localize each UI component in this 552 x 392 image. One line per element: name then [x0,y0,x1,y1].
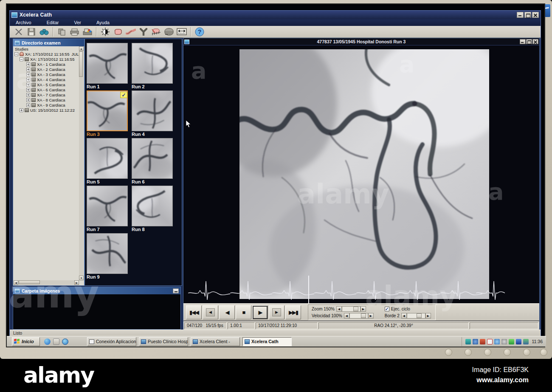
quantify-button[interactable] [150,27,163,37]
tree-series-row[interactable]: XA - 9 Cardiaca [14,102,79,107]
tree-series-row[interactable]: XA - 8 Cardiaca [14,97,79,102]
thumbnail-run-8[interactable]: Run 8 [132,186,174,232]
viewer-restore-button[interactable] [526,39,532,44]
collapse-icon[interactable] [14,52,18,56]
close-study-button[interactable] [12,27,25,37]
thumbnail-run-1[interactable]: Run 1 [87,43,129,89]
menu-editar[interactable]: Editar [47,20,59,25]
slider-track[interactable] [342,306,360,312]
task-conexion-aplicaciones[interactable]: Conexión Aplicaciones O... [87,337,136,346]
monitor-button[interactable] [445,349,452,356]
monitor-button[interactable] [465,349,472,356]
tree-horizontal-scrollbar[interactable]: ◀ ▶ [14,280,79,285]
thumbnail-run-3-selected[interactable]: ✓ Run 3 [87,90,129,137]
expand-icon[interactable] [20,108,23,112]
tree-vertical-scrollbar[interactable]: ▲ ▼ [79,46,84,280]
contrast-button[interactable] [99,27,112,37]
print-button[interactable] [68,27,81,37]
lv-analysis-button[interactable] [112,27,124,37]
monitor-button[interactable] [484,349,491,356]
menu-ayuda[interactable]: Ayuda [96,20,110,25]
play-reverse-button[interactable]: ◀ [219,305,235,319]
tray-display-icon[interactable] [516,339,521,344]
expand-icon[interactable] [26,83,30,87]
slider-thumb[interactable] [361,313,366,318]
expand-icon[interactable] [26,62,30,66]
close-button[interactable] [532,12,539,18]
tray-network-icon[interactable] [509,339,514,344]
save-button[interactable] [25,27,38,37]
monitor-power-button[interactable] [540,349,547,356]
slider-thumb[interactable] [353,307,358,311]
thumbnail-run-4[interactable]: Run 4 [132,90,174,137]
zoom-slider[interactable]: ◀ ▶ [336,306,366,312]
checkbox-checked-icon[interactable]: ✓ [385,307,389,311]
thumbnail-run-5[interactable]: Run 5 [87,138,129,184]
slider-left-icon[interactable]: ◀ [336,306,342,312]
tree-study-row[interactable]: US: 15/10/2012 11:12:22 [14,107,79,113]
monitor-button[interactable] [504,349,511,356]
scroll-up-icon[interactable]: ▲ [79,46,84,51]
play-button[interactable]: ▶ [252,305,268,319]
media-player-icon[interactable] [62,338,68,345]
run-cycle-row[interactable]: ✓ Ejec. ciclo [385,306,431,312]
vessel-analysis-button[interactable] [124,27,137,37]
tree-series-row[interactable]: XA - 4 Cardiaca [14,77,79,82]
minimize-button[interactable] [517,12,524,18]
thumbnail-run-2[interactable]: Run 2 [132,43,174,89]
tree-series-row[interactable]: XA - 2 Cardiaca [14,67,79,72]
expand-icon[interactable] [26,88,30,92]
tray-audio-icon[interactable] [480,339,485,344]
scroll-thumb[interactable] [19,280,40,284]
tray-messenger-icon[interactable] [494,339,500,344]
slider-right-icon[interactable]: ▶ [368,313,374,319]
last-frame-button[interactable]: ▶▶▮ [285,305,301,319]
expand-icon[interactable] [26,93,30,97]
menu-archivo[interactable]: Archivo [16,20,31,25]
slider-track[interactable] [349,313,368,319]
mail-icon[interactable] [53,338,59,345]
slider-thumb[interactable] [417,313,422,318]
tree-series-row[interactable]: XA - 1 Cardiaca [14,62,79,67]
task-xcelera-client[interactable]: Xcelera Client - [191,337,240,346]
maximize-button[interactable] [524,12,531,18]
expand-icon[interactable] [26,103,30,107]
search-button[interactable] [38,27,51,37]
expand-icon[interactable] [26,98,30,102]
thumbnail-run-6[interactable]: Run 6 [132,138,174,184]
start-button[interactable]: Inicio [12,337,40,346]
monitor-button[interactable] [523,349,530,356]
viewer-close-button[interactable] [532,39,538,44]
tray-gear-icon[interactable] [473,339,478,344]
tree-series-row[interactable]: XA - 7 Cardiaca [14,92,79,97]
scroll-left-icon[interactable]: ◀ [14,280,18,285]
tray-antivirus-icon[interactable] [487,339,493,344]
slider-track[interactable] [407,313,425,319]
image-folder-header[interactable]: Carpeta imágenes [13,287,180,294]
ecg-frame-cursor[interactable] [308,276,309,303]
viewer-titlebar[interactable]: 477837 13/05/1945 Hospital Donosti Run 3 [183,38,539,45]
tree-series-row[interactable]: XA - 6 Cardiaca [14,87,79,92]
viewer-canvas[interactable] [183,45,539,303]
scroll-thumb[interactable] [79,51,83,77]
tree-study-row[interactable]: XA: 17/10/2012 11:16:55 [14,56,79,62]
first-frame-button[interactable]: ▮◀◀ [186,305,202,319]
expand-icon[interactable] [26,68,30,71]
slider-left-icon[interactable]: ◀ [344,313,349,319]
task-xcelera-cath-active[interactable]: Xcelera Cath [242,337,292,346]
export-button[interactable] [81,27,94,37]
tree-patient-row[interactable]: XA: 17/10/2012 11:16:55 JULI [14,51,79,56]
edge-slider[interactable]: ◀ ▶ [401,313,431,319]
tray-icon[interactable] [465,339,471,344]
step-forward-button[interactable]: ▶ [269,305,284,319]
tree-root-studies[interactable]: Studies [14,46,79,51]
slider-right-icon[interactable]: ▶ [360,306,366,312]
exam-directory-header[interactable]: Directorio examen [13,39,84,46]
internet-explorer-icon[interactable] [44,338,51,345]
tree-series-row[interactable]: XA - 5 Cardiaca [14,82,79,87]
calibration-button[interactable] [175,27,188,37]
thumbnail-run-7[interactable]: Run 7 [87,186,129,232]
collapse-icon[interactable] [20,57,23,61]
expand-icon[interactable] [26,78,30,82]
expand-icon[interactable] [26,73,30,76]
